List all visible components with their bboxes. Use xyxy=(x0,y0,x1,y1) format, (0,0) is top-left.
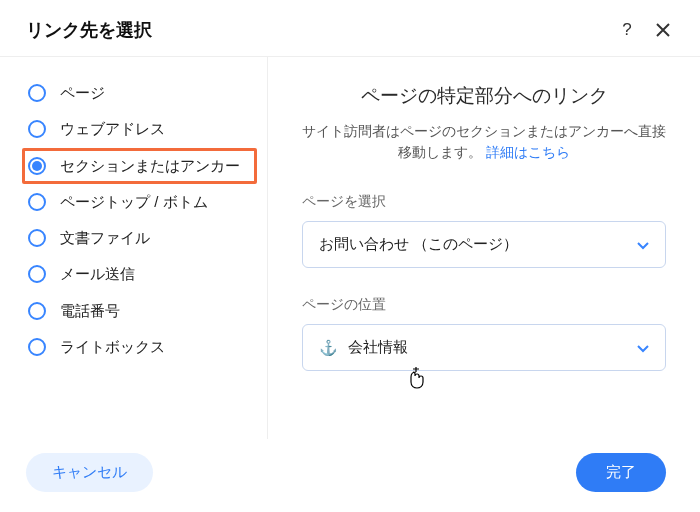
position-select-dropdown[interactable]: ⚓ 会社情報 xyxy=(302,324,666,371)
radio-label: ライトボックス xyxy=(60,337,165,357)
panel-description: サイト訪問者はページのセクションまたはアンカーへ直接移動します。 詳細はこちら xyxy=(302,121,666,163)
help-icon[interactable]: ? xyxy=(618,21,636,39)
position-text: 会社情報 xyxy=(348,338,408,357)
dialog-body: ページ ウェブアドレス セクションまたはアンカー ページトップ / ボトム 文書… xyxy=(0,56,700,439)
position-select-value: ⚓ 会社情報 xyxy=(319,338,408,357)
cancel-button[interactable]: キャンセル xyxy=(26,453,153,492)
radio-icon xyxy=(28,302,46,320)
header-icons: ? xyxy=(618,21,672,39)
radio-icon xyxy=(28,265,46,283)
close-icon[interactable] xyxy=(654,21,672,39)
radio-icon xyxy=(28,193,46,211)
page-select-label: ページを選択 xyxy=(302,193,666,211)
link-dialog: リンク先を選択 ? ページ ウェブアドレス セクションまたはアンカー xyxy=(0,0,700,512)
radio-option-page[interactable]: ページ xyxy=(22,75,257,111)
page-select-dropdown[interactable]: お問い合わせ （このページ） xyxy=(302,221,666,268)
radio-label: ページトップ / ボトム xyxy=(60,192,208,212)
radio-option-web-address[interactable]: ウェブアドレス xyxy=(22,111,257,147)
anchor-icon: ⚓ xyxy=(319,339,338,357)
cursor-icon xyxy=(408,365,430,396)
desc-text: サイト訪問者はページのセクションまたはアンカーへ直接移動します。 xyxy=(302,123,666,160)
radio-option-phone[interactable]: 電話番号 xyxy=(22,293,257,329)
radio-label: セクションまたはアンカー xyxy=(60,156,240,176)
dialog-title: リンク先を選択 xyxy=(26,18,618,42)
radio-label: メール送信 xyxy=(60,264,135,284)
panel-title: ページの特定部分へのリンク xyxy=(302,83,666,109)
link-type-list: ページ ウェブアドレス セクションまたはアンカー ページトップ / ボトム 文書… xyxy=(0,57,268,439)
radio-icon xyxy=(28,338,46,356)
radio-label: ウェブアドレス xyxy=(60,119,165,139)
link-settings-panel: ページの特定部分へのリンク サイト訪問者はページのセクションまたはアンカーへ直接… xyxy=(268,57,700,439)
dialog-footer: キャンセル 完了 xyxy=(0,439,700,512)
radio-icon xyxy=(28,229,46,247)
radio-option-lightbox[interactable]: ライトボックス xyxy=(22,329,257,365)
radio-label: 電話番号 xyxy=(60,301,120,321)
radio-option-document[interactable]: 文書ファイル xyxy=(22,220,257,256)
radio-icon xyxy=(28,120,46,138)
learn-more-link[interactable]: 詳細はこちら xyxy=(486,144,570,160)
radio-icon xyxy=(28,157,46,175)
done-button[interactable]: 完了 xyxy=(576,453,666,492)
position-label: ページの位置 xyxy=(302,296,666,314)
radio-option-top-bottom[interactable]: ページトップ / ボトム xyxy=(22,184,257,220)
radio-option-email[interactable]: メール送信 xyxy=(22,256,257,292)
radio-label: 文書ファイル xyxy=(60,228,150,248)
radio-icon xyxy=(28,84,46,102)
radio-label: ページ xyxy=(60,83,105,103)
chevron-down-icon xyxy=(637,237,649,253)
page-select-value: お問い合わせ （このページ） xyxy=(319,235,518,254)
radio-option-section-anchor[interactable]: セクションまたはアンカー xyxy=(22,148,257,184)
dialog-header: リンク先を選択 ? xyxy=(0,0,700,56)
chevron-down-icon xyxy=(637,340,649,356)
